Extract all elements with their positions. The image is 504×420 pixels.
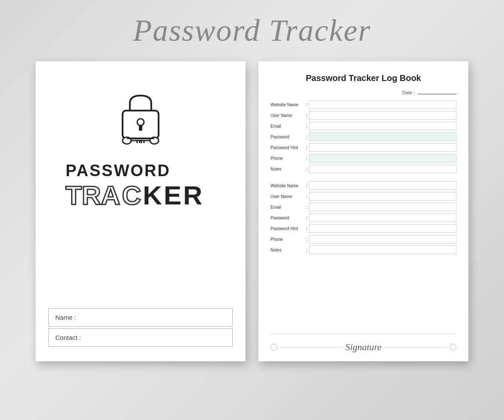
- entry-row: User Name :: [270, 111, 456, 120]
- footer-line-right: [384, 347, 447, 348]
- website-name-input-1[interactable]: [309, 100, 456, 109]
- main-title: Password Tracker: [133, 13, 371, 48]
- password-hint-input-2[interactable]: [309, 224, 456, 233]
- tracker-tr-outline: TR: [66, 180, 101, 210]
- email-label-2: Email :: [270, 205, 309, 210]
- phone-input-2[interactable]: [309, 235, 456, 243]
- website-name-input-2[interactable]: [309, 181, 456, 190]
- entry-row: Phone :: [270, 154, 456, 162]
- date-row: Date :: [270, 90, 456, 95]
- tracker-cker: KER: [143, 180, 204, 210]
- tracker-ac-outline: AC: [101, 180, 143, 210]
- signature-area: Signature: [270, 333, 456, 353]
- entry-row: Notes :: [270, 165, 456, 173]
- footer-circle-left: [270, 344, 277, 351]
- user-name-label-2: User Name :: [270, 194, 309, 199]
- email-input-2[interactable]: [309, 203, 456, 211]
- log-title: Password Tracker Log Book: [270, 73, 456, 83]
- entry-row: User Name :: [270, 192, 456, 201]
- password-label-2: Password :: [270, 216, 309, 220]
- notes-input-1[interactable]: [309, 165, 456, 173]
- entry-row: Email :: [270, 203, 456, 211]
- cover-fields: Name : Contact :: [48, 308, 233, 348]
- cover-page: PASSWORD TR AC KER Name : Contact :: [36, 61, 246, 361]
- password-hint-label-2: Password Hint :: [270, 226, 309, 231]
- phone-label-2: Phone :: [270, 237, 309, 242]
- password-line1: PASSWORD: [48, 162, 171, 180]
- entry-row: Website Name :: [270, 181, 456, 190]
- password-hint-input-1[interactable]: [309, 143, 456, 152]
- phone-label-1: Phone :: [270, 156, 309, 161]
- name-field: Name :: [48, 308, 233, 327]
- entry-row: Email :: [270, 122, 456, 130]
- lock-icon: [111, 87, 171, 149]
- password-label-1: Password :: [270, 135, 309, 139]
- notes-label-1: Notes :: [270, 167, 309, 171]
- notes-label-2: Notes :: [270, 248, 309, 252]
- website-name-label-1: Website Name :: [270, 102, 309, 107]
- svg-point-1: [137, 119, 144, 126]
- password-hint-label-1: Password Hint :: [270, 145, 309, 150]
- entry-row: Password Hint :: [270, 143, 456, 152]
- entry-row: Password :: [270, 213, 456, 222]
- entry-row: Phone :: [270, 235, 456, 243]
- entry-row: Website Name :: [270, 100, 456, 109]
- svg-rect-2: [139, 125, 142, 131]
- footer-line-left: [280, 347, 343, 348]
- notes-input-2[interactable]: [309, 246, 456, 254]
- signature-text: Signature: [345, 342, 382, 353]
- pages-container: PASSWORD TR AC KER Name : Contact : Pass…: [18, 61, 486, 361]
- entry-block-1: Website Name : User Name : Email : Passw…: [270, 100, 456, 175]
- user-name-input-1[interactable]: [309, 111, 456, 120]
- tracker-text-container: TR AC KER: [48, 180, 204, 210]
- phone-input-1[interactable]: [309, 154, 456, 162]
- website-name-label-2: Website Name :: [270, 183, 309, 188]
- date-label: Date :: [402, 90, 415, 95]
- user-name-label-1: User Name :: [270, 113, 309, 118]
- user-name-input-2[interactable]: [309, 192, 456, 201]
- contact-field: Contact :: [48, 328, 233, 347]
- email-label-1: Email :: [270, 124, 309, 129]
- entry-row: Password :: [270, 132, 456, 141]
- password-input-2[interactable]: [309, 213, 456, 222]
- email-input-1[interactable]: [309, 122, 456, 130]
- password-input-1[interactable]: [309, 132, 456, 141]
- entry-row: Password Hint :: [270, 224, 456, 233]
- date-line: [418, 94, 456, 94]
- log-page: Password Tracker Log Book Date : Website…: [258, 61, 468, 361]
- entry-row: Notes :: [270, 246, 456, 254]
- footer-circle-right: [450, 344, 456, 351]
- entry-block-2: Website Name : User Name : Email : Passw…: [270, 181, 456, 256]
